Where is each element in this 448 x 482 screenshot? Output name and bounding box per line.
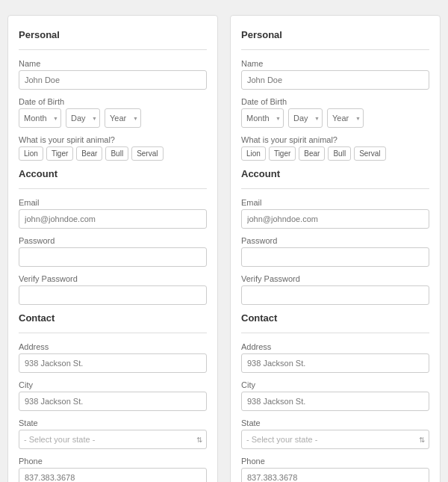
contact-section: Contact Address City State - Select your… bbox=[19, 312, 207, 482]
dont-dob-field-group: Date of Birth Month Day Year bbox=[241, 97, 429, 128]
day-select[interactable]: Day bbox=[66, 108, 100, 128]
main-container: Personal Name Date of Birth Month Da bbox=[7, 15, 441, 482]
spirit-lion[interactable]: Lion bbox=[19, 146, 43, 161]
contact-title: Contact bbox=[19, 312, 207, 324]
dont-email-label: Email bbox=[241, 198, 429, 207]
password-input[interactable] bbox=[19, 247, 207, 267]
city-field-group: City bbox=[19, 380, 207, 411]
do-panel: Personal Name Date of Birth Month Da bbox=[7, 15, 218, 482]
state-select[interactable]: - Select your state - bbox=[19, 430, 207, 449]
spirit-field-group: What is your spirit animal? Lion Tiger B… bbox=[19, 135, 207, 161]
phone-input[interactable] bbox=[19, 468, 207, 482]
email-label: Email bbox=[19, 198, 207, 207]
personal-section: Personal Name Date of Birth Month Da bbox=[19, 29, 207, 161]
phone-field-group: Phone bbox=[19, 457, 207, 482]
address-label: Address bbox=[19, 342, 207, 351]
dont-spirit-field-group: What is your spirit animal? Lion Tiger B… bbox=[241, 135, 429, 161]
verify-label: Verify Password bbox=[19, 274, 207, 283]
dont-phone-field-group: Phone bbox=[241, 457, 429, 482]
dont-spirit-row: Lion Tiger Bear Bull Serval bbox=[241, 146, 429, 161]
dont-password-input[interactable] bbox=[241, 247, 429, 267]
verify-input[interactable] bbox=[19, 285, 207, 305]
dob-row: Month Day Year bbox=[19, 108, 207, 128]
dont-state-field-group: State - Select your state - bbox=[241, 418, 429, 449]
dont-year-select[interactable]: Year bbox=[327, 108, 364, 128]
day-wrapper: Day bbox=[66, 108, 100, 128]
account-divider bbox=[19, 188, 207, 189]
dont-account-divider bbox=[241, 188, 429, 189]
contact-divider bbox=[19, 333, 207, 333]
address-input[interactable] bbox=[19, 353, 207, 373]
dont-phone-label: Phone bbox=[241, 457, 429, 466]
dont-contact-title: Contact bbox=[241, 312, 429, 324]
account-section: Account Email Password Verify Password bbox=[19, 168, 207, 305]
city-input[interactable] bbox=[19, 392, 207, 411]
dont-password-field-group: Password bbox=[241, 236, 429, 267]
name-input[interactable] bbox=[19, 70, 207, 90]
dont-month-wrapper: Month bbox=[241, 108, 284, 128]
dob-field-group: Date of Birth Month Day Year bbox=[19, 97, 207, 128]
state-field-group: State - Select your state - bbox=[19, 418, 207, 449]
spirit-serval[interactable]: Serval bbox=[131, 146, 163, 161]
dont-day-wrapper: Day bbox=[288, 108, 323, 128]
account-title: Account bbox=[19, 168, 207, 179]
email-input[interactable] bbox=[19, 209, 207, 229]
dont-personal-title: Personal bbox=[241, 29, 429, 40]
dont-month-select[interactable]: Month bbox=[241, 108, 284, 128]
dont-contact-divider bbox=[241, 333, 429, 333]
dont-spirit-bear[interactable]: Bear bbox=[299, 146, 325, 161]
dont-spirit-lion[interactable]: Lion bbox=[241, 146, 266, 161]
dont-verify-label: Verify Password bbox=[241, 274, 429, 283]
dont-city-field-group: City bbox=[241, 380, 429, 411]
dont-address-field-group: Address bbox=[241, 342, 429, 373]
city-label: City bbox=[19, 380, 207, 389]
dont-year-wrapper: Year bbox=[327, 108, 364, 128]
dob-label: Date of Birth bbox=[19, 97, 207, 106]
dont-name-input[interactable] bbox=[241, 70, 429, 90]
year-wrapper: Year bbox=[105, 108, 141, 128]
dont-name-field-group: Name bbox=[241, 59, 429, 90]
dont-dob-row: Month Day Year bbox=[241, 108, 429, 128]
personal-title: Personal bbox=[19, 29, 207, 40]
email-field-group: Email bbox=[19, 198, 207, 229]
dont-day-select[interactable]: Day bbox=[288, 108, 323, 128]
dont-verify-input[interactable] bbox=[241, 285, 429, 305]
name-label: Name bbox=[19, 59, 207, 68]
dont-phone-input[interactable] bbox=[241, 468, 429, 482]
dont-contact-section: Contact Address City State - Select your… bbox=[241, 312, 429, 482]
name-field-group: Name bbox=[19, 59, 207, 90]
spirit-bull[interactable]: Bull bbox=[105, 146, 128, 161]
spirit-row: Lion Tiger Bear Bull Serval bbox=[19, 146, 207, 161]
dont-spirit-tiger[interactable]: Tiger bbox=[269, 146, 296, 161]
password-label: Password bbox=[19, 236, 207, 245]
spirit-label: What is your spirit animal? bbox=[19, 135, 207, 144]
phone-label: Phone bbox=[19, 457, 207, 466]
dont-panel: Personal Name Date of Birth Month Da bbox=[230, 15, 441, 482]
spirit-tiger[interactable]: Tiger bbox=[46, 146, 73, 161]
verify-field-group: Verify Password bbox=[19, 274, 207, 305]
dont-dob-label: Date of Birth bbox=[241, 97, 429, 106]
dont-email-field-group: Email bbox=[241, 198, 429, 229]
password-field-group: Password bbox=[19, 236, 207, 267]
dont-city-input[interactable] bbox=[241, 392, 429, 411]
dont-city-label: City bbox=[241, 380, 429, 389]
dont-email-input[interactable] bbox=[241, 209, 429, 229]
dont-spirit-label: What is your spirit animal? bbox=[241, 135, 429, 144]
dont-name-label: Name bbox=[241, 59, 429, 68]
dont-address-input[interactable] bbox=[241, 353, 429, 373]
year-select[interactable]: Year bbox=[105, 108, 141, 128]
spirit-bear[interactable]: Bear bbox=[76, 146, 102, 161]
dont-spirit-bull[interactable]: Bull bbox=[328, 146, 351, 161]
dont-personal-section: Personal Name Date of Birth Month Da bbox=[241, 29, 429, 161]
state-label: State bbox=[19, 418, 207, 427]
dont-account-section: Account Email Password Verify Password bbox=[241, 168, 429, 305]
dont-state-select[interactable]: - Select your state - bbox=[241, 430, 429, 449]
month-wrapper: Month bbox=[19, 108, 61, 128]
dont-address-label: Address bbox=[241, 342, 429, 351]
personal-divider bbox=[19, 49, 207, 50]
state-wrapper: - Select your state - bbox=[19, 430, 207, 449]
dont-verify-field-group: Verify Password bbox=[241, 274, 429, 305]
month-select[interactable]: Month bbox=[19, 108, 61, 128]
dont-spirit-serval[interactable]: Serval bbox=[354, 146, 385, 161]
dont-state-wrapper: - Select your state - bbox=[241, 430, 429, 449]
